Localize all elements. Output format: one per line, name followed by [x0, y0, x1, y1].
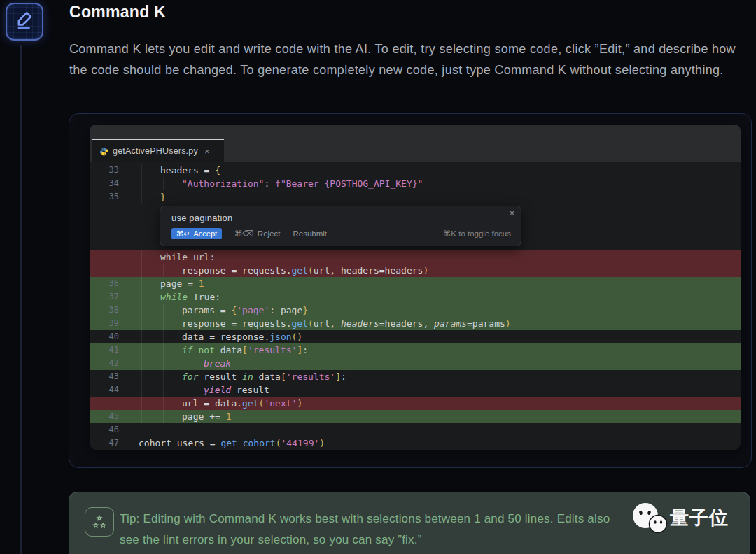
line-number: 41 — [90, 343, 119, 357]
line-number: 38 — [90, 304, 119, 317]
feature-icon-box — [6, 3, 43, 41]
watermark: 量子位 — [631, 501, 729, 534]
code-line: 47cohort_users = get_cohort('44199') — [90, 436, 741, 450]
watermark-text: 量子位 — [670, 505, 729, 530]
code-line: 43for result in data['results']: — [90, 370, 741, 383]
line-number: 36 — [90, 277, 119, 290]
code-line: 35} — [90, 190, 741, 204]
line-number: 34 — [90, 177, 119, 190]
line-number: 39 — [90, 317, 119, 330]
section-timeline-line — [20, 45, 22, 554]
sparkle-stars-icon — [85, 507, 114, 537]
code-line: while url: — [90, 250, 741, 264]
line-number: 37 — [90, 290, 119, 304]
resubmit-button[interactable]: Resubmit — [293, 229, 327, 238]
line-number: 47 — [90, 436, 119, 450]
line-number — [90, 250, 119, 264]
code-line: 40data = response.json() — [90, 330, 741, 343]
editor-tab[interactable]: getActivePHUsers.py × — [92, 138, 224, 162]
widget-close-icon[interactable]: × — [510, 208, 514, 218]
line-number: 42 — [90, 357, 119, 370]
code-line: 45page += 1 — [90, 410, 741, 423]
code-line: 37while True: — [90, 290, 741, 304]
widget-button-row: ⌘↵ Accept ⌘⌫ Reject Resubmit ⌘K to toggl… — [172, 228, 511, 239]
code-line: 44yield result — [90, 383, 741, 397]
tip-text-line2: see the lint errors in your selection, s… — [120, 530, 610, 551]
reject-button[interactable]: ⌘⌫ Reject — [234, 229, 280, 239]
line-number: 43 — [90, 370, 119, 383]
tip-text: Tip: Editing with Command K works best w… — [120, 509, 610, 551]
prompt-input-text[interactable]: use pagination — [172, 213, 511, 223]
line-number: 46 — [90, 423, 119, 436]
code-line: 39response = requests.get(url, headers=h… — [90, 317, 741, 330]
code-line: response = requests.get(url, headers=hea… — [90, 264, 741, 277]
code-line: 38params = {'page': page} — [90, 304, 741, 317]
line-number: 33 — [90, 164, 119, 177]
command-backspace-icon: ⌘⌫ — [234, 229, 254, 239]
pencil-edit-icon — [14, 10, 35, 34]
code-editor: getActivePHUsers.py × 33headers = {34"Au… — [90, 125, 741, 450]
code-line: 46 — [90, 423, 741, 436]
docs-page: Command K Command K lets you edit and wr… — [0, 0, 756, 554]
wechat-blogger-icon — [631, 501, 668, 534]
line-number — [90, 264, 119, 277]
code-line: 34"Authorization": f"Bearer {POSTHOG_API… — [90, 177, 741, 190]
prompt-widget: × use pagination ⌘↵ Accept ⌘⌫ Reject Res… — [160, 206, 522, 246]
line-number: 45 — [90, 410, 119, 423]
page-title: Command K — [69, 3, 166, 22]
code-line: 42break — [90, 357, 741, 370]
editor-header: getActivePHUsers.py × — [90, 125, 741, 162]
python-icon — [99, 147, 108, 156]
code-line: 33headers = { — [90, 164, 741, 177]
line-number: 44 — [90, 383, 119, 397]
line-number: 40 — [90, 330, 119, 343]
accept-button[interactable]: ⌘↵ Accept — [172, 228, 222, 239]
line-number — [90, 397, 119, 410]
tab-close-icon[interactable]: × — [204, 146, 210, 157]
code-line: url = data.get('next') — [90, 397, 741, 410]
code-line: 36page = 1 — [90, 277, 741, 290]
command-return-icon: ⌘↵ — [176, 229, 190, 239]
line-number: 35 — [90, 190, 119, 204]
reject-label: Reject — [258, 229, 281, 238]
accept-label: Accept — [193, 229, 217, 238]
code-line: 41if not data['results']: — [90, 343, 741, 357]
tip-text-line1: Tip: Editing with Command K works best w… — [120, 509, 610, 530]
focus-hint: ⌘K to toggle focus — [443, 229, 511, 239]
intro-text: Command K lets you edit and write code w… — [69, 38, 750, 80]
tab-filename: getActivePHUsers.py — [113, 146, 198, 156]
